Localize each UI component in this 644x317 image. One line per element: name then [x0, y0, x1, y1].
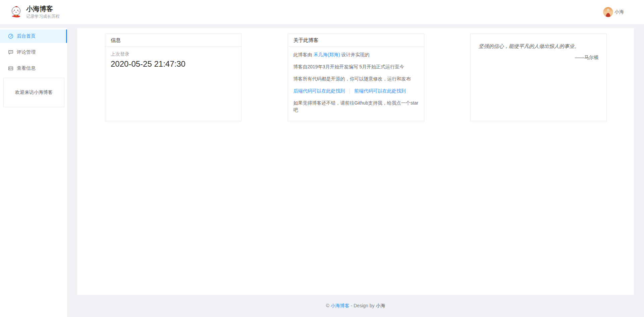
blog-logo-icon — [9, 5, 23, 19]
top-header: 小海博客 记录学习成长历程 — [0, 0, 644, 24]
quote-text: 坚强的信心，能使平凡的人做出惊人的事业。 — [479, 43, 598, 50]
footer-designer-name: 小海 — [376, 303, 385, 308]
idcard-icon — [8, 66, 13, 71]
info-card-title: 信息 — [105, 34, 241, 47]
sidebar-item-label: 查看信息 — [17, 65, 36, 71]
page-footer: © 小海博客 - Design by 小海 — [77, 295, 634, 317]
user-name: 小海 — [614, 9, 624, 15]
about-line-code-links: 后端代码可以在此处找到 | 前端代码可以在此处找到 — [293, 87, 419, 94]
sidebar-item-label: 后台首页 — [17, 33, 36, 39]
site-logo[interactable]: 小海博客 记录学习成长历程 — [9, 5, 60, 19]
welcome-text: 欢迎来访小海博客 — [15, 89, 53, 96]
about-card-title: 关于此博客 — [288, 34, 424, 47]
footer-middle-text: - Design by — [351, 303, 375, 308]
last-login-label: 上次登录 — [111, 51, 236, 57]
sidebar-item-comments[interactable]: 评论管理 — [0, 46, 67, 59]
last-login-value: 2020-05-25 21:47:30 — [111, 59, 236, 69]
info-card-body: 上次登录 2020-05-25 21:47:30 — [105, 47, 241, 73]
about-line1-prefix: 此博客由 — [293, 52, 312, 57]
about-line-github: 如果觉得博客还不错，请前往Github支持我，给我点一个star吧 — [293, 100, 419, 114]
quote-card: 坚强的信心，能使平凡的人做出惊人的事业。 ——马尔顿 — [470, 34, 607, 121]
sidebar-item-label: 评论管理 — [17, 49, 36, 55]
about-card: 关于此博客 此博客由 禾几海(郑海) 设计并实现的 博客自2019年3月开始开发… — [288, 34, 424, 121]
author-link[interactable]: 禾几海(郑海) — [313, 52, 340, 57]
brand-text: 小海博客 记录学习成长历程 — [26, 5, 60, 19]
footer-site-link[interactable]: 小海博客 — [331, 303, 350, 308]
about-line-opensource: 博客所有代码都是开源的，你可以随意修改，运行和发布 — [293, 75, 419, 82]
backend-code-link[interactable]: 后端代码可以在此处找到 — [293, 88, 345, 93]
comment-icon — [8, 50, 13, 55]
dashboard-icon — [8, 34, 13, 39]
welcome-box: 欢迎来访小海博客 — [3, 78, 64, 107]
copyright-symbol: © — [326, 303, 329, 308]
info-card: 信息 上次登录 2020-05-25 21:47:30 — [105, 34, 241, 121]
quote-author: ——马尔顿 — [479, 55, 598, 61]
site-title: 小海博客 — [26, 5, 60, 13]
user-avatar — [603, 7, 613, 17]
about-line-author: 此博客由 禾几海(郑海) 设计并实现的 — [293, 51, 419, 58]
sidebar-item-dashboard[interactable]: 后台首页 — [0, 29, 67, 43]
link-divider: | — [349, 88, 350, 93]
sidebar: 后台首页 评论管理 查看信息 欢迎来访小海博客 — [0, 28, 67, 317]
about-line1-suffix: 设计并实现的 — [341, 52, 370, 57]
frontend-code-link[interactable]: 前端代码可以在此处找到 — [354, 88, 406, 93]
sidebar-item-view-info[interactable]: 查看信息 — [0, 62, 67, 75]
about-card-body: 此博客由 禾几海(郑海) 设计并实现的 博客自2019年3月开始开发编写 5月开… — [288, 47, 424, 123]
user-menu[interactable]: 小海 — [603, 7, 624, 17]
site-subtitle: 记录学习成长历程 — [26, 14, 60, 19]
main-content: 信息 上次登录 2020-05-25 21:47:30 关于此博客 此博客由 禾… — [77, 28, 634, 295]
about-line-history: 博客自2019年3月开始开发编写 5月开始正式运行至今 — [293, 63, 419, 70]
